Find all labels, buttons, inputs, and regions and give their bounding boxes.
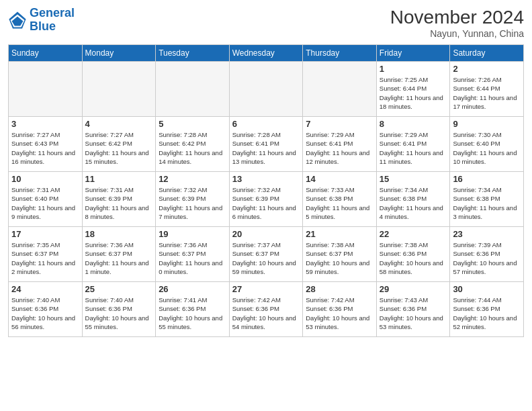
calendar-cell-2-6: 16Sunrise: 7:34 AMSunset: 6:38 PMDayligh…	[450, 172, 524, 227]
day-number: 11	[85, 174, 153, 184]
calendar-cell-0-2	[156, 62, 230, 117]
day-info: Sunrise: 7:27 AMSunset: 6:42 PMDaylight:…	[85, 130, 153, 166]
calendar-cell-1-5: 8Sunrise: 7:29 AMSunset: 6:41 PMDaylight…	[376, 117, 450, 172]
header-saturday: Saturday	[450, 45, 524, 62]
calendar-cell-1-2: 5Sunrise: 7:28 AMSunset: 6:42 PMDaylight…	[156, 117, 230, 172]
calendar-cell-3-6: 23Sunrise: 7:39 AMSunset: 6:36 PMDayligh…	[450, 227, 524, 282]
week-row-2: 10Sunrise: 7:31 AMSunset: 6:40 PMDayligh…	[9, 172, 524, 227]
logo: GeneralBlue	[8, 7, 75, 34]
title-block: November 2024 Nayun, Yunnan, China	[390, 7, 524, 39]
day-info: Sunrise: 7:43 AMSunset: 6:36 PMDaylight:…	[380, 295, 447, 331]
day-number: 6	[232, 119, 300, 129]
calendar-cell-3-2: 19Sunrise: 7:36 AMSunset: 6:37 PMDayligh…	[156, 227, 230, 282]
page-container: GeneralBlue November 2024 Nayun, Yunnan,…	[0, 0, 532, 344]
calendar-cell-1-0: 3Sunrise: 7:27 AMSunset: 6:43 PMDaylight…	[9, 117, 83, 172]
day-info: Sunrise: 7:36 AMSunset: 6:37 PMDaylight:…	[159, 240, 226, 276]
calendar-cell-4-6: 30Sunrise: 7:44 AMSunset: 6:36 PMDayligh…	[450, 282, 524, 337]
week-row-3: 17Sunrise: 7:35 AMSunset: 6:37 PMDayligh…	[9, 227, 524, 282]
day-number: 14	[306, 174, 373, 184]
day-info: Sunrise: 7:28 AMSunset: 6:42 PMDaylight:…	[159, 130, 226, 166]
calendar-cell-0-5: 1Sunrise: 7:25 AMSunset: 6:44 PMDaylight…	[376, 62, 450, 117]
day-info: Sunrise: 7:35 AMSunset: 6:37 PMDaylight:…	[11, 240, 79, 276]
calendar-cell-2-4: 14Sunrise: 7:33 AMSunset: 6:38 PMDayligh…	[303, 172, 377, 227]
calendar-cell-1-3: 6Sunrise: 7:28 AMSunset: 6:41 PMDaylight…	[229, 117, 303, 172]
week-row-0: 1Sunrise: 7:25 AMSunset: 6:44 PMDaylight…	[9, 62, 524, 117]
day-number: 27	[232, 284, 300, 294]
day-number: 10	[11, 174, 79, 184]
day-info: Sunrise: 7:40 AMSunset: 6:36 PMDaylight:…	[11, 295, 79, 331]
day-number: 20	[232, 229, 300, 239]
calendar-cell-0-0	[9, 62, 83, 117]
day-info: Sunrise: 7:31 AMSunset: 6:39 PMDaylight:…	[85, 185, 153, 221]
calendar-cell-2-2: 12Sunrise: 7:32 AMSunset: 6:39 PMDayligh…	[156, 172, 230, 227]
day-number: 2	[453, 64, 521, 74]
day-number: 25	[85, 284, 153, 294]
header-thursday: Thursday	[303, 45, 377, 62]
day-info: Sunrise: 7:38 AMSunset: 6:37 PMDaylight:…	[306, 240, 373, 276]
calendar-cell-2-3: 13Sunrise: 7:32 AMSunset: 6:39 PMDayligh…	[229, 172, 303, 227]
calendar-cell-3-5: 22Sunrise: 7:38 AMSunset: 6:36 PMDayligh…	[376, 227, 450, 282]
calendar-cell-2-5: 15Sunrise: 7:34 AMSunset: 6:38 PMDayligh…	[376, 172, 450, 227]
calendar-cell-0-6: 2Sunrise: 7:26 AMSunset: 6:44 PMDaylight…	[450, 62, 524, 117]
calendar-cell-4-4: 28Sunrise: 7:42 AMSunset: 6:36 PMDayligh…	[303, 282, 377, 337]
header-friday: Friday	[376, 45, 450, 62]
calendar-cell-4-2: 26Sunrise: 7:41 AMSunset: 6:36 PMDayligh…	[156, 282, 230, 337]
calendar-cell-0-3	[229, 62, 303, 117]
page-header: GeneralBlue November 2024 Nayun, Yunnan,…	[8, 7, 524, 39]
day-number: 8	[380, 119, 447, 129]
calendar-cell-2-1: 11Sunrise: 7:31 AMSunset: 6:39 PMDayligh…	[82, 172, 156, 227]
day-number: 28	[306, 284, 373, 294]
calendar-cell-4-1: 25Sunrise: 7:40 AMSunset: 6:36 PMDayligh…	[82, 282, 156, 337]
calendar-cell-3-4: 21Sunrise: 7:38 AMSunset: 6:37 PMDayligh…	[303, 227, 377, 282]
day-info: Sunrise: 7:25 AMSunset: 6:44 PMDaylight:…	[380, 75, 447, 111]
calendar-cell-1-1: 4Sunrise: 7:27 AMSunset: 6:42 PMDaylight…	[82, 117, 156, 172]
location-subtitle: Nayun, Yunnan, China	[390, 28, 524, 39]
logo-text: GeneralBlue	[30, 7, 75, 34]
day-number: 18	[85, 229, 153, 239]
day-number: 26	[159, 284, 226, 294]
day-info: Sunrise: 7:44 AMSunset: 6:36 PMDaylight:…	[453, 295, 521, 331]
day-number: 9	[453, 119, 521, 129]
day-info: Sunrise: 7:27 AMSunset: 6:43 PMDaylight:…	[11, 130, 79, 166]
day-number: 30	[453, 284, 521, 294]
day-number: 13	[232, 174, 300, 184]
day-number: 29	[380, 284, 447, 294]
calendar-cell-4-5: 29Sunrise: 7:43 AMSunset: 6:36 PMDayligh…	[376, 282, 450, 337]
calendar-table: Sunday Monday Tuesday Wednesday Thursday…	[8, 44, 524, 337]
week-row-1: 3Sunrise: 7:27 AMSunset: 6:43 PMDaylight…	[9, 117, 524, 172]
day-info: Sunrise: 7:34 AMSunset: 6:38 PMDaylight:…	[380, 185, 447, 221]
header-sunday: Sunday	[9, 45, 83, 62]
calendar-header-row: Sunday Monday Tuesday Wednesday Thursday…	[9, 45, 524, 62]
day-info: Sunrise: 7:36 AMSunset: 6:37 PMDaylight:…	[85, 240, 153, 276]
day-info: Sunrise: 7:32 AMSunset: 6:39 PMDaylight:…	[159, 185, 226, 221]
day-info: Sunrise: 7:29 AMSunset: 6:41 PMDaylight:…	[380, 130, 447, 166]
day-info: Sunrise: 7:42 AMSunset: 6:36 PMDaylight:…	[306, 295, 373, 331]
header-wednesday: Wednesday	[229, 45, 303, 62]
header-monday: Monday	[82, 45, 156, 62]
day-info: Sunrise: 7:39 AMSunset: 6:36 PMDaylight:…	[453, 240, 521, 276]
day-info: Sunrise: 7:31 AMSunset: 6:40 PMDaylight:…	[11, 185, 79, 221]
day-number: 22	[380, 229, 447, 239]
logo-icon	[8, 11, 27, 30]
day-info: Sunrise: 7:33 AMSunset: 6:38 PMDaylight:…	[306, 185, 373, 221]
day-number: 7	[306, 119, 373, 129]
day-number: 19	[159, 229, 226, 239]
calendar-cell-1-4: 7Sunrise: 7:29 AMSunset: 6:41 PMDaylight…	[303, 117, 377, 172]
day-info: Sunrise: 7:34 AMSunset: 6:38 PMDaylight:…	[453, 185, 521, 221]
calendar-cell-2-0: 10Sunrise: 7:31 AMSunset: 6:40 PMDayligh…	[9, 172, 83, 227]
day-number: 4	[85, 119, 153, 129]
header-tuesday: Tuesday	[156, 45, 230, 62]
day-number: 12	[159, 174, 226, 184]
day-info: Sunrise: 7:28 AMSunset: 6:41 PMDaylight:…	[232, 130, 300, 166]
calendar-cell-0-1	[82, 62, 156, 117]
day-info: Sunrise: 7:30 AMSunset: 6:40 PMDaylight:…	[453, 130, 521, 166]
day-number: 1	[380, 64, 447, 74]
day-info: Sunrise: 7:37 AMSunset: 6:37 PMDaylight:…	[232, 240, 300, 276]
day-info: Sunrise: 7:32 AMSunset: 6:39 PMDaylight:…	[232, 185, 300, 221]
day-number: 17	[11, 229, 79, 239]
day-info: Sunrise: 7:29 AMSunset: 6:41 PMDaylight:…	[306, 130, 373, 166]
day-info: Sunrise: 7:26 AMSunset: 6:44 PMDaylight:…	[453, 75, 521, 111]
day-number: 21	[306, 229, 373, 239]
month-title: November 2024	[390, 7, 524, 28]
day-number: 3	[11, 119, 79, 129]
